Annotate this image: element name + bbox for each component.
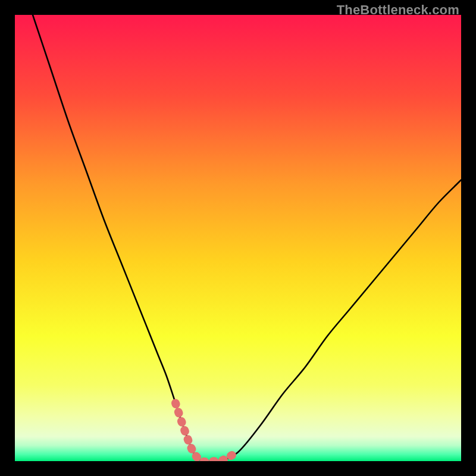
bottleneck-chart — [15, 15, 461, 461]
chart-frame — [15, 15, 461, 461]
watermark-text: TheBottleneck.com — [337, 2, 459, 18]
gradient-background — [15, 15, 461, 461]
